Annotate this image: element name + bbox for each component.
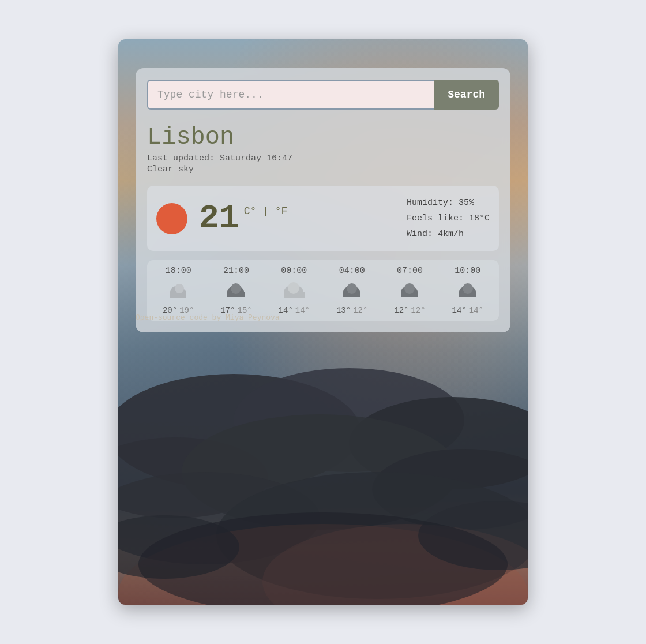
- temperature-display: 21 C° | °F: [199, 202, 287, 235]
- weather-details: Humidity: 35% Feels like: 18°C Wind: 4km…: [407, 195, 490, 242]
- hour-temps: 13°12°: [336, 306, 367, 315]
- hour-weather-icon: [281, 280, 307, 301]
- hour-temps: 12°12°: [394, 306, 425, 315]
- humidity-text: Humidity: 35%: [407, 195, 490, 211]
- svg-point-32: [404, 283, 415, 294]
- footer-text: Open-source code by Miya Peynova: [136, 313, 280, 322]
- svg-point-36: [463, 283, 473, 294]
- hour-temp-low: 14°: [469, 306, 483, 315]
- hour-temp-high: 13°: [336, 306, 351, 315]
- sun-icon: [156, 203, 187, 234]
- hour-item: 07:00 12°12°: [386, 266, 433, 315]
- hour-item: 04:00 13°12°: [329, 266, 375, 315]
- current-weather: 21 C° | °F Humidity: 35% Feels like: 18°…: [147, 186, 499, 251]
- hour-weather-icon: [339, 280, 365, 301]
- search-input[interactable]: [147, 80, 434, 110]
- hour-time: 10:00: [455, 266, 480, 276]
- hour-temp-high: 14°: [452, 306, 467, 315]
- hour-weather-icon: [166, 280, 191, 301]
- weather-card: Search Lisbon Last updated: Saturday 16:…: [136, 68, 510, 332]
- last-updated: Last updated: Saturday 16:47: [147, 153, 499, 163]
- hour-item: 21:00 17°15°: [213, 266, 259, 315]
- hour-time: 00:00: [281, 266, 307, 276]
- hour-temp-low: 14°: [295, 306, 310, 315]
- svg-point-20: [231, 283, 241, 294]
- hour-weather-icon: [455, 280, 480, 301]
- hour-item: 00:00 14°14°: [271, 266, 317, 315]
- svg-point-28: [347, 283, 357, 294]
- svg-point-16: [175, 284, 184, 293]
- search-button[interactable]: Search: [434, 80, 499, 110]
- city-name: Lisbon: [147, 123, 499, 151]
- feels-like-text: Feels like: 18°C: [407, 211, 490, 226]
- hour-temps: 14°14°: [279, 306, 310, 315]
- hour-time: 18:00: [166, 266, 191, 276]
- wind-text: Wind: 4km/h: [407, 226, 490, 242]
- temperature-units[interactable]: C° | °F: [244, 205, 288, 217]
- hour-temp-low: 12°: [353, 306, 367, 315]
- search-row: Search: [147, 80, 499, 110]
- weather-condition: Clear sky: [147, 164, 499, 174]
- clouds-bottom: [118, 316, 528, 605]
- temperature-value: 21: [199, 202, 239, 235]
- hour-item: 10:00 14°14°: [445, 266, 491, 315]
- svg-point-24: [288, 282, 299, 294]
- hour-weather-icon: [223, 280, 249, 301]
- hour-temps: 14°14°: [452, 306, 483, 315]
- hour-temp-low: 12°: [411, 306, 425, 315]
- app-frame: Search Lisbon Last updated: Saturday 16:…: [118, 39, 528, 605]
- hour-temp-high: 12°: [394, 306, 408, 315]
- hour-time: 21:00: [223, 266, 249, 276]
- hour-temp-high: 14°: [279, 306, 293, 315]
- hour-item: 18:00 20°19°: [155, 266, 201, 315]
- hourly-forecast: 18:00 20°19°21:00 17°15°00:00 14°14°04:0…: [147, 260, 499, 321]
- hour-weather-icon: [397, 280, 422, 301]
- hour-time: 04:00: [339, 266, 365, 276]
- hour-time: 07:00: [397, 266, 423, 276]
